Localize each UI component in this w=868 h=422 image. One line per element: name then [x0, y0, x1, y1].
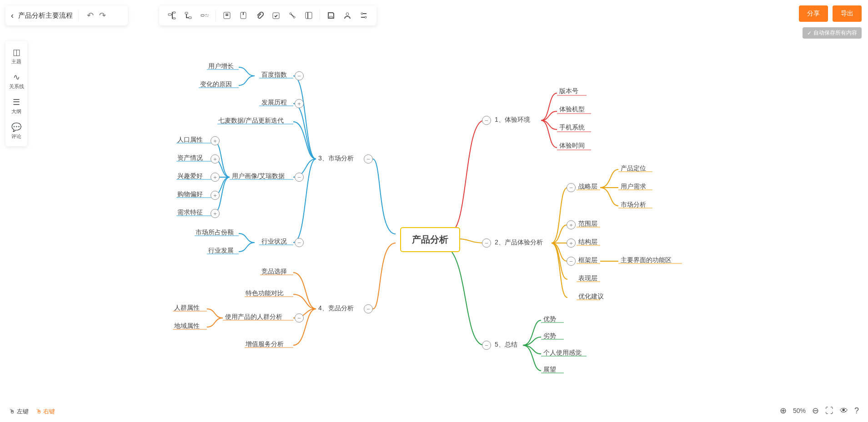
sidebar-label: 评论 [11, 133, 21, 140]
leaf-node[interactable]: 框架层 [578, 256, 597, 264]
leaf-node[interactable]: 使用产品的人群分析 [225, 313, 282, 321]
toggle-icon[interactable]: + [567, 220, 576, 229]
leaf-node[interactable]: 需求特征 [177, 209, 203, 217]
toolbar [159, 5, 376, 25]
toggle-icon[interactable]: − [482, 238, 491, 248]
leaf-node[interactable]: 市场所占份额 [196, 228, 234, 237]
sidebar-outline[interactable]: ☰大纲 [5, 94, 27, 119]
leaf-node[interactable]: 战略层 [578, 183, 597, 191]
save-icon[interactable] [325, 9, 337, 22]
tag-icon[interactable] [237, 9, 250, 22]
toggle-icon[interactable]: − [364, 154, 373, 164]
leaf-node[interactable]: 变化的原因 [200, 80, 232, 89]
toggle-icon[interactable]: + [211, 154, 220, 164]
layout-icon[interactable] [302, 9, 315, 22]
leaf-node[interactable]: 特色功能对比 [246, 289, 284, 298]
toggle-icon[interactable]: + [211, 191, 220, 200]
leaf-node[interactable]: 手机系统 [559, 124, 585, 132]
svg-point-11 [293, 16, 295, 18]
svg-rect-5 [201, 15, 204, 16]
fit-icon[interactable]: ⛶ [825, 406, 833, 416]
branch-node[interactable]: 1、体验环境 [495, 116, 530, 124]
branch-node[interactable]: 5、总结 [495, 341, 517, 349]
attach-icon[interactable] [253, 9, 266, 22]
leaf-node[interactable]: 用户增长 [208, 62, 234, 70]
topic-icon[interactable] [166, 9, 178, 22]
leaf-node[interactable]: 增值服务分析 [246, 340, 284, 348]
zoom-out-icon[interactable]: ⊖ [812, 406, 819, 416]
sidebar-comment[interactable]: 💬评论 [5, 119, 27, 144]
sidebar-relation[interactable]: ∿关系线 [5, 69, 27, 94]
leaf-node[interactable]: 资产情况 [177, 154, 203, 162]
help-icon[interactable]: ? [854, 406, 859, 416]
svg-rect-1 [173, 12, 176, 13]
zoom-in-icon[interactable]: ⊕ [780, 406, 787, 416]
toggle-icon[interactable]: − [295, 313, 304, 323]
back-icon[interactable]: ‹ [11, 11, 14, 20]
leaf-node[interactable]: 主要界面的功能区 [621, 256, 672, 264]
toggle-icon[interactable]: − [482, 341, 491, 350]
redo-icon[interactable]: ↷ [96, 10, 109, 20]
svg-rect-0 [168, 14, 171, 15]
leaf-node[interactable]: 竞品选择 [261, 268, 287, 276]
preview-icon[interactable]: 👁 [840, 406, 848, 416]
leaf-node[interactable]: 兴趣爱好 [177, 172, 203, 180]
leaf-node[interactable]: 用户需求 [621, 183, 646, 191]
toggle-icon[interactable]: − [295, 71, 304, 80]
svg-rect-9 [273, 13, 279, 19]
note-icon[interactable] [221, 9, 233, 22]
leaf-node[interactable]: 体验时间 [559, 142, 585, 150]
toggle-icon[interactable]: − [567, 183, 576, 192]
sidebar-theme[interactable]: ◫主题 [5, 44, 27, 69]
leaf-node[interactable]: 优势 [543, 315, 556, 323]
leaf-node[interactable]: 个人使用感觉 [543, 349, 582, 357]
toggle-icon[interactable]: + [567, 238, 576, 248]
leaf-node[interactable]: 体验机型 [559, 105, 585, 114]
leaf-node[interactable]: 人群属性 [174, 304, 200, 312]
toggle-icon[interactable]: − [364, 304, 373, 313]
toggle-icon[interactable]: + [211, 136, 220, 145]
leaf-node[interactable]: 范围层 [578, 220, 597, 228]
subtopic-icon[interactable] [182, 9, 195, 22]
toggle-icon[interactable]: + [295, 99, 304, 108]
svg-point-16 [365, 16, 366, 18]
link-icon[interactable] [286, 9, 299, 22]
leaf-node[interactable]: 人口属性 [177, 136, 203, 144]
undo-icon[interactable]: ↶ [84, 10, 96, 20]
toggle-icon[interactable]: + [211, 209, 220, 218]
leaf-node[interactable]: 市场分析 [621, 201, 646, 209]
toggle-icon[interactable]: + [211, 173, 220, 182]
separator [320, 10, 320, 21]
leaf-node[interactable]: 七麦数据/产品更新迭代 [218, 117, 284, 125]
leaf-node[interactable]: 版本号 [559, 87, 578, 95]
leaf-node[interactable]: 结构层 [578, 238, 597, 246]
leaf-node[interactable]: 展望 [543, 366, 556, 374]
leaf-node[interactable]: 行业发展 [208, 247, 234, 255]
toggle-icon[interactable]: − [482, 116, 491, 125]
float-topic-icon[interactable] [198, 9, 211, 22]
leaf-node[interactable]: 发展历程 [261, 99, 287, 107]
toggle-icon[interactable]: − [295, 173, 304, 182]
leaf-node[interactable]: 行业状况 [261, 238, 287, 246]
leaf-node[interactable]: 地域属性 [174, 322, 200, 330]
branch-node[interactable]: 3、市场分析 [318, 154, 354, 163]
leaf-node[interactable]: 用户画像/艾瑞数据 [232, 172, 285, 180]
leaf-node[interactable]: 购物偏好 [177, 190, 203, 199]
toggle-icon[interactable]: − [295, 238, 304, 247]
share-button[interactable]: 分享 [799, 5, 828, 22]
leaf-node[interactable]: 优化建议 [578, 293, 604, 301]
user-icon[interactable] [341, 9, 354, 22]
leaf-node[interactable]: 表现层 [578, 274, 597, 283]
toggle-icon[interactable]: − [567, 257, 576, 266]
leaf-node[interactable]: 百度指数 [261, 71, 287, 79]
branch-node[interactable]: 2、产品体验分析 [495, 238, 543, 247]
doc-title: 产品分析主要流程 [18, 11, 73, 20]
export-button[interactable]: 导出 [833, 5, 862, 22]
settings-icon[interactable] [357, 9, 370, 22]
zoom-level: 50% [793, 407, 806, 414]
central-node[interactable]: 产品分析 [400, 227, 460, 252]
branch-node[interactable]: 4、竞品分析 [318, 304, 354, 313]
leaf-node[interactable]: 产品定位 [621, 164, 646, 173]
leaf-node[interactable]: 劣势 [543, 332, 556, 340]
task-icon[interactable] [270, 9, 282, 22]
